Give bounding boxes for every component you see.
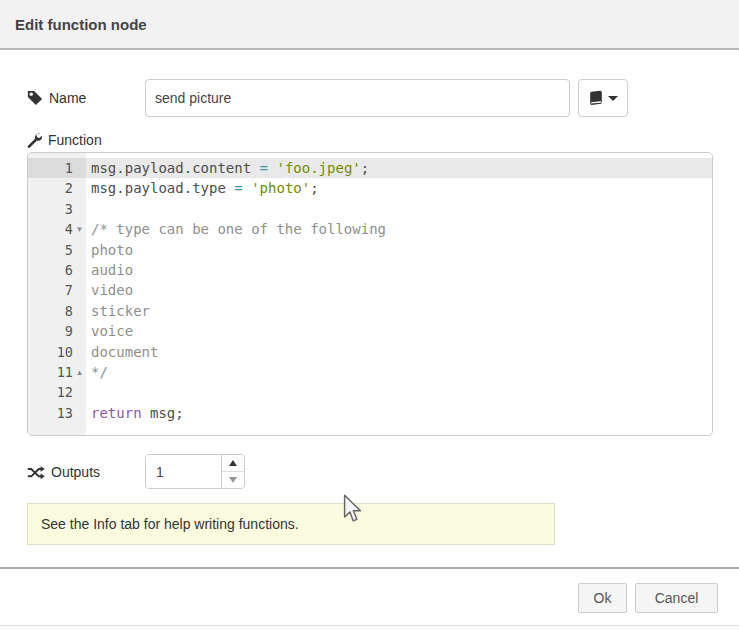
triangle-down-icon	[229, 477, 237, 483]
spinner-up-button[interactable]	[222, 455, 244, 472]
name-label: Name	[27, 79, 86, 117]
name-input[interactable]	[145, 79, 570, 117]
code-text: */	[86, 362, 712, 382]
code-text	[86, 199, 712, 219]
line-number: 8	[28, 301, 73, 321]
outputs-label: Outputs	[27, 455, 100, 489]
code-line[interactable]: 2msg.payload.type = 'photo';	[28, 178, 712, 198]
code-text: msg.payload.type = 'photo';	[86, 178, 712, 198]
outputs-spinner	[145, 454, 245, 489]
function-label-text: Function	[48, 132, 102, 148]
code-text: voice	[86, 321, 712, 341]
line-number: 4	[28, 219, 73, 239]
code-text: msg.payload.content = 'foo.jpeg';	[86, 158, 712, 178]
fold-spacer	[73, 260, 86, 280]
line-number: 13	[28, 403, 73, 423]
caret-down-icon	[608, 96, 618, 101]
tag-icon	[27, 90, 43, 106]
fold-spacer	[73, 403, 86, 423]
code-text: sticker	[86, 301, 712, 321]
line-number: 5	[28, 240, 73, 260]
name-label-text: Name	[49, 90, 86, 106]
dialog-header: Edit function node	[0, 0, 739, 50]
fold-spacer	[73, 342, 86, 362]
line-number: 2	[28, 178, 73, 198]
footer-divider	[0, 567, 739, 569]
code-text: photo	[86, 240, 712, 260]
fold-toggle-icon[interactable]: ▴	[73, 362, 86, 382]
code-line[interactable]: 13return msg;	[28, 403, 712, 423]
code-line[interactable]: 5photo	[28, 240, 712, 260]
code-text: document	[86, 342, 712, 362]
info-tip-text: See the Info tab for help writing functi…	[41, 516, 299, 532]
code-text	[86, 382, 712, 402]
fold-spacer	[73, 178, 86, 198]
line-number: 1	[28, 158, 73, 178]
spinner-buttons	[221, 455, 244, 488]
library-button[interactable]	[578, 79, 628, 117]
line-number: 9	[28, 321, 73, 341]
dialog-title: Edit function node	[15, 16, 147, 33]
code-line[interactable]: 1msg.payload.content = 'foo.jpeg';	[28, 158, 712, 178]
book-icon	[589, 90, 603, 106]
shuffle-icon	[27, 465, 45, 480]
line-number: 6	[28, 260, 73, 280]
code-lines: 1msg.payload.content = 'foo.jpeg';2msg.p…	[28, 158, 712, 423]
code-line[interactable]: 4▾/* type can be one of the following	[28, 219, 712, 239]
fold-spacer	[73, 280, 86, 300]
code-line[interactable]: 9voice	[28, 321, 712, 341]
cancel-button[interactable]: Cancel	[635, 583, 718, 613]
outputs-input[interactable]	[146, 455, 221, 488]
code-editor[interactable]: 1msg.payload.content = 'foo.jpeg';2msg.p…	[27, 152, 713, 436]
fold-spacer	[73, 301, 86, 321]
fold-spacer	[73, 321, 86, 341]
fold-spacer	[73, 240, 86, 260]
code-line[interactable]: 11▴*/	[28, 362, 712, 382]
fold-toggle-icon[interactable]: ▾	[73, 219, 86, 239]
wrench-icon	[27, 133, 42, 148]
fold-spacer	[73, 158, 86, 178]
code-text: video	[86, 280, 712, 300]
function-label: Function	[27, 130, 102, 150]
line-number: 12	[28, 382, 73, 402]
line-number: 10	[28, 342, 73, 362]
code-text: return msg;	[86, 403, 712, 423]
outputs-label-text: Outputs	[51, 464, 100, 480]
code-line[interactable]: 10document	[28, 342, 712, 362]
code-line[interactable]: 8sticker	[28, 301, 712, 321]
spinner-down-button[interactable]	[222, 472, 244, 488]
ok-button[interactable]: Ok	[578, 583, 627, 613]
page-background	[0, 626, 739, 630]
code-text: audio	[86, 260, 712, 280]
code-line[interactable]: 3	[28, 199, 712, 219]
line-number: 11	[28, 362, 73, 382]
line-number: 3	[28, 199, 73, 219]
line-number: 7	[28, 280, 73, 300]
info-tip: See the Info tab for help writing functi…	[27, 503, 555, 545]
code-line[interactable]: 6audio	[28, 260, 712, 280]
fold-spacer	[73, 382, 86, 402]
code-text: /* type can be one of the following	[86, 219, 712, 239]
code-line[interactable]: 12	[28, 382, 712, 402]
triangle-up-icon	[229, 460, 237, 466]
fold-spacer	[73, 199, 86, 219]
code-line[interactable]: 7video	[28, 280, 712, 300]
